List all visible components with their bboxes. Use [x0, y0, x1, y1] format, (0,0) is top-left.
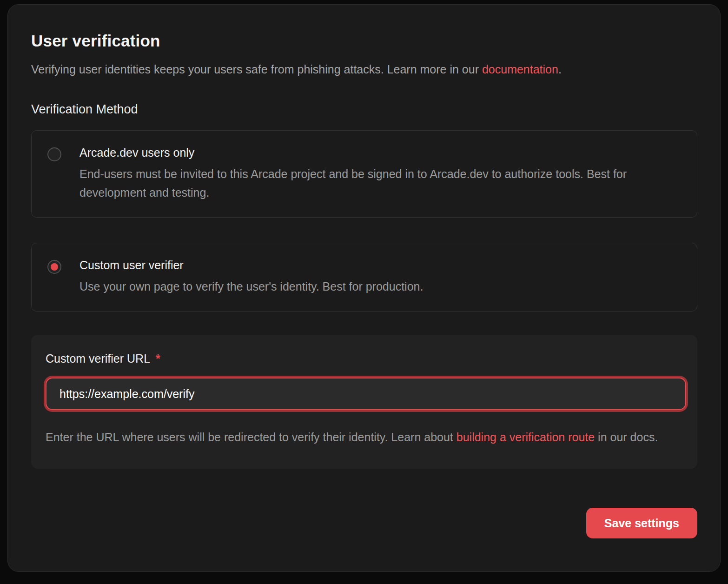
custom-verifier-url-label: Custom verifier URL — [46, 352, 150, 365]
field-label-row: Custom verifier URL* — [46, 352, 683, 365]
user-verification-card: User verification Verifying user identit… — [7, 4, 721, 572]
option-content: Custom user verifier Use your own page t… — [79, 259, 423, 296]
subtitle-text: Verifying user identities keeps your use… — [31, 63, 482, 76]
save-settings-button[interactable]: Save settings — [586, 508, 697, 538]
option-label: Arcade.dev users only — [79, 146, 681, 159]
documentation-link[interactable]: documentation — [482, 63, 558, 76]
option-label: Custom user verifier — [79, 259, 423, 272]
radio-arcade-users-only[interactable] — [47, 147, 61, 161]
verification-method-heading: Verification Method — [31, 102, 697, 117]
actions-row: Save settings — [31, 508, 697, 538]
custom-verifier-url-input[interactable] — [46, 378, 686, 410]
page-subtitle: Verifying user identities keeps your use… — [31, 63, 697, 76]
help-text-suffix: in our docs. — [595, 431, 658, 444]
help-text: Enter the URL where users will be redire… — [46, 431, 457, 444]
verification-route-link[interactable]: building a verification route — [457, 431, 595, 444]
option-description: End-users must be invited to this Arcade… — [79, 165, 681, 202]
option-description: Use your own page to verify the user's i… — [79, 277, 423, 296]
option-custom-user-verifier[interactable]: Custom user verifier Use your own page t… — [31, 243, 697, 312]
page-title: User verification — [31, 32, 697, 50]
option-arcade-users-only[interactable]: Arcade.dev users only End-users must be … — [31, 130, 697, 218]
url-help-text: Enter the URL where users will be redire… — [46, 428, 683, 446]
custom-verifier-panel: Custom verifier URL* Enter the URL where… — [31, 335, 697, 469]
subtitle-period: . — [558, 63, 562, 76]
option-content: Arcade.dev users only End-users must be … — [79, 146, 681, 202]
required-asterisk: * — [156, 352, 160, 365]
radio-custom-user-verifier[interactable] — [47, 260, 61, 274]
